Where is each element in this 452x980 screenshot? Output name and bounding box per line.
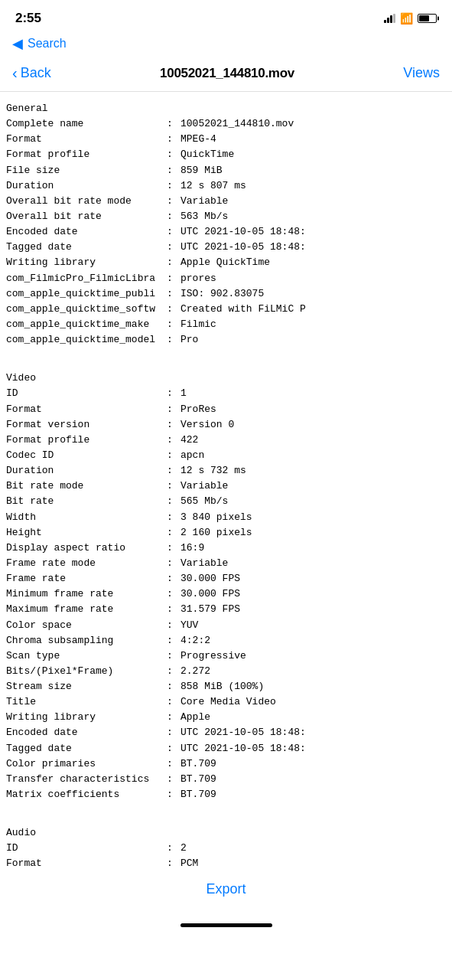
row-separator: : bbox=[167, 571, 180, 586]
row-value: MPEG-4 bbox=[180, 132, 446, 147]
row-value: 30.000 FPS bbox=[180, 571, 446, 586]
table-row: Title : Core Media Video bbox=[6, 694, 446, 710]
table-row: Encoded date : UTC 2021-10-05 18:48: bbox=[6, 725, 446, 740]
nav-bar: ‹ Back 10052021_144810.mov Views bbox=[0, 58, 452, 92]
row-separator: : bbox=[167, 787, 180, 802]
table-row: Color space : YUV bbox=[6, 618, 446, 633]
table-row: Overall bit rate mode : Variable bbox=[6, 194, 446, 209]
row-separator: : bbox=[167, 756, 180, 772]
table-row: Format : ProRes bbox=[6, 402, 446, 417]
table-row: Matrix coefficients : BT.709 bbox=[6, 787, 446, 802]
table-row: Complete name : 10052021_144810.mov bbox=[6, 116, 446, 132]
row-value: UTC 2021-10-05 18:48: bbox=[180, 240, 446, 255]
row-key: Duration bbox=[6, 463, 167, 479]
row-separator: : bbox=[167, 417, 180, 433]
row-value: QuickTime bbox=[180, 147, 446, 162]
row-value: 565 Mb/s bbox=[180, 494, 446, 509]
row-key: Color space bbox=[6, 618, 167, 633]
content-area: General Complete name : 10052021_144810.… bbox=[0, 92, 452, 917]
signal-icon bbox=[384, 14, 395, 23]
row-value: YUV bbox=[180, 618, 446, 633]
row-key: Codec ID bbox=[6, 448, 167, 463]
table-row: com_apple_quicktime_make : Filmic bbox=[6, 317, 446, 332]
table-row: Height : 2 160 pixels bbox=[6, 525, 446, 541]
export-bar: Export bbox=[6, 872, 446, 905]
row-key: Title bbox=[6, 694, 167, 710]
table-row: Chroma subsampling : 4:2:2 bbox=[6, 633, 446, 648]
row-value: UTC 2021-10-05 18:48: bbox=[180, 224, 446, 240]
table-row: Codec ID : apcn bbox=[6, 448, 446, 463]
row-separator: : bbox=[167, 633, 180, 648]
row-separator: : bbox=[167, 302, 180, 317]
table-row: Frame rate mode : Variable bbox=[6, 556, 446, 571]
search-link[interactable]: ◀ Search bbox=[12, 35, 440, 52]
table-row: Color primaries : BT.709 bbox=[6, 756, 446, 772]
row-separator: : bbox=[167, 479, 180, 494]
row-value: 2.272 bbox=[180, 664, 446, 679]
table-row: Overall bit rate : 563 Mb/s bbox=[6, 209, 446, 224]
row-separator: : bbox=[167, 132, 180, 147]
row-key: Format bbox=[6, 856, 167, 871]
table-row: Frame rate : 30.000 FPS bbox=[6, 571, 446, 586]
row-value: UTC 2021-10-05 18:48: bbox=[180, 741, 446, 756]
back-button[interactable]: ‹ Back bbox=[12, 64, 51, 82]
export-button[interactable]: Export bbox=[206, 881, 246, 897]
row-separator: : bbox=[167, 463, 180, 479]
row-separator: : bbox=[167, 618, 180, 633]
row-separator: : bbox=[167, 163, 180, 178]
table-row: ID : 1 bbox=[6, 386, 446, 401]
back-label: Back bbox=[21, 65, 51, 81]
row-value: 859 MiB bbox=[180, 163, 446, 178]
row-key: Color primaries bbox=[6, 756, 167, 772]
table-row: com_apple_quicktime_softw : Created with… bbox=[6, 302, 446, 317]
row-value: PCM bbox=[180, 856, 446, 871]
row-separator: : bbox=[167, 386, 180, 401]
row-key: Duration bbox=[6, 178, 167, 194]
row-key: Height bbox=[6, 525, 167, 541]
row-separator: : bbox=[167, 332, 180, 348]
row-value: ProRes bbox=[180, 402, 446, 417]
row-separator: : bbox=[167, 679, 180, 694]
row-key: Encoded date bbox=[6, 725, 167, 740]
table-row: com_FilmicPro_FilmicLibra : prores bbox=[6, 271, 446, 286]
row-separator: : bbox=[167, 510, 180, 525]
row-key: File size bbox=[6, 163, 167, 178]
row-separator: : bbox=[167, 541, 180, 556]
row-separator: : bbox=[167, 602, 180, 617]
row-key: Tagged date bbox=[6, 741, 167, 756]
wifi-icon: 📶 bbox=[400, 12, 413, 24]
row-value: 4:2:2 bbox=[180, 633, 446, 648]
row-key: Format profile bbox=[6, 147, 167, 162]
row-value: 12 s 732 ms bbox=[180, 463, 446, 479]
row-value: 2 160 pixels bbox=[180, 525, 446, 541]
row-separator: : bbox=[167, 556, 180, 571]
row-separator: : bbox=[167, 494, 180, 509]
status-time: 2:55 bbox=[15, 11, 41, 26]
row-separator: : bbox=[167, 317, 180, 332]
table-row: Duration : 12 s 732 ms bbox=[6, 463, 446, 479]
row-key: Minimum frame rate bbox=[6, 586, 167, 602]
row-separator: : bbox=[167, 224, 180, 240]
status-bar: 2:55 📶 bbox=[0, 0, 452, 34]
row-key: Width bbox=[6, 510, 167, 525]
home-indicator bbox=[0, 917, 452, 935]
table-row: Writing library : Apple QuickTime bbox=[6, 255, 446, 270]
row-separator: : bbox=[167, 648, 180, 664]
row-key: Matrix coefficients bbox=[6, 787, 167, 802]
row-value: 31.579 FPS bbox=[180, 602, 446, 617]
table-row: com_apple_quicktime_publi : ISO: 902.830… bbox=[6, 286, 446, 302]
page-title: 10052021_144810.mov bbox=[51, 66, 404, 81]
row-value: 10052021_144810.mov bbox=[180, 116, 446, 132]
row-key: com_apple_quicktime_model bbox=[6, 332, 167, 348]
general-header: General bbox=[6, 101, 446, 116]
table-row: Scan type : Progressive bbox=[6, 648, 446, 664]
row-value: Filmic bbox=[180, 317, 446, 332]
table-row: Format profile : QuickTime bbox=[6, 147, 446, 162]
row-separator: : bbox=[167, 725, 180, 740]
row-value: 422 bbox=[180, 433, 446, 448]
row-key: Encoded date bbox=[6, 224, 167, 240]
table-row: Tagged date : UTC 2021-10-05 18:48: bbox=[6, 741, 446, 756]
table-row: Minimum frame rate : 30.000 FPS bbox=[6, 586, 446, 602]
table-row: ID : 2 bbox=[6, 841, 446, 856]
views-button[interactable]: Views bbox=[403, 65, 440, 81]
